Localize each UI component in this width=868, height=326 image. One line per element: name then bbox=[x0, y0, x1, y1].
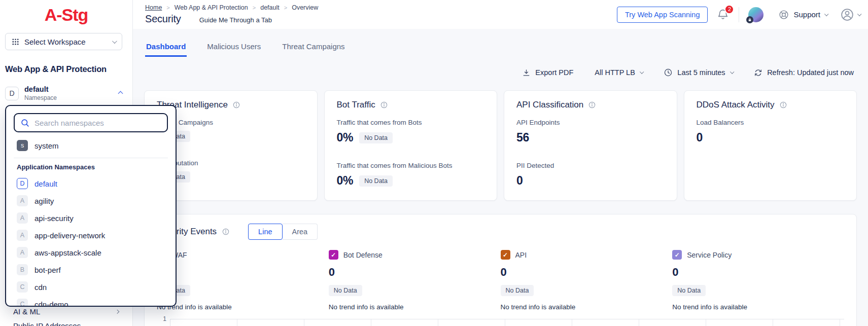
metric-label: IP Reputation bbox=[157, 159, 305, 167]
top-header: Home > Web App & API Protection > defaul… bbox=[133, 0, 868, 29]
refresh-icon bbox=[754, 68, 762, 77]
breadcrumb-separator: > bbox=[284, 5, 287, 11]
checkbox-checked[interactable]: ✓ bbox=[329, 250, 338, 260]
sidebar-item-label: AI & ML bbox=[13, 307, 40, 316]
search-icon bbox=[20, 118, 30, 128]
chevron-up-icon bbox=[118, 91, 123, 96]
breadcrumb: Home > Web App & API Protection > defaul… bbox=[145, 4, 318, 11]
dashboard-toolbar: Export PDF All HTTP LB Last 5 minutes bbox=[144, 68, 857, 77]
namespace-option-label: agility bbox=[34, 197, 54, 205]
checkbox-checked[interactable]: ✓ bbox=[672, 250, 682, 260]
breadcrumb-item[interactable]: default bbox=[260, 4, 280, 11]
user-menu[interactable] bbox=[840, 8, 860, 22]
sidebar-section-title: Web App & API Protection bbox=[5, 64, 127, 74]
namespace-option-default[interactable]: D default bbox=[14, 175, 168, 192]
info-icon[interactable] bbox=[779, 101, 787, 109]
brand-logo: A-Stg bbox=[0, 5, 132, 25]
namespace-search[interactable] bbox=[14, 113, 168, 132]
namespace-initial-badge: A bbox=[17, 195, 28, 206]
toggle-line-button[interactable]: Line bbox=[248, 224, 282, 240]
lb-filter-dropdown[interactable]: All HTTP LB bbox=[595, 68, 642, 77]
breadcrumb-home-link[interactable]: Home bbox=[145, 4, 162, 11]
metric-label: Load Balancers bbox=[697, 119, 845, 126]
breadcrumb-separator: > bbox=[253, 5, 256, 11]
chart-plot-area bbox=[170, 319, 844, 326]
legend-value: 0 bbox=[501, 266, 673, 279]
namespace-initial-badge: C bbox=[17, 281, 28, 293]
info-icon[interactable] bbox=[222, 228, 230, 236]
dropdown-divider bbox=[14, 158, 168, 158]
try-web-app-scanning-button[interactable]: Try Web App Scanning bbox=[617, 7, 708, 23]
security-events-legend: ✓ WAF 0 No Data No trend info is availab… bbox=[157, 250, 844, 311]
page-title: Security bbox=[145, 13, 181, 25]
refresh-status-label: Refresh: Updated just now bbox=[767, 68, 854, 77]
namespace-option-label: app-delivery-network bbox=[34, 231, 105, 240]
guide-me-link[interactable]: Guide Me Through a Tab bbox=[199, 16, 272, 24]
time-range-dropdown[interactable]: Last 5 minutes bbox=[664, 68, 733, 77]
card-title: API Classification bbox=[516, 100, 583, 110]
metric-label: Traffic that comes from Bots bbox=[337, 119, 485, 126]
user-icon bbox=[840, 8, 854, 22]
sidebar-item-label: Public IP Addresses bbox=[13, 321, 81, 326]
info-icon[interactable] bbox=[588, 101, 596, 109]
export-pdf-label: Export PDF bbox=[535, 68, 573, 77]
header-divider bbox=[739, 7, 739, 22]
tab-dashboard[interactable]: Dashboard bbox=[145, 42, 187, 57]
select-workspace-button[interactable]: Select Workspace bbox=[5, 33, 122, 50]
namespace-option-bot-perf[interactable]: B bot-perf bbox=[14, 261, 168, 278]
breadcrumb-item[interactable]: Web App & API Protection bbox=[175, 4, 248, 11]
namespace-dropdown: s system Application Namespaces D defaul… bbox=[5, 105, 177, 307]
security-events-chart: 1 bbox=[157, 319, 844, 326]
sidebar-item-public-ip-addresses[interactable]: Public IP Addresses bbox=[13, 321, 118, 326]
namespace-search-input[interactable] bbox=[34, 119, 161, 127]
card-title: Bot Traffic bbox=[337, 100, 375, 110]
breadcrumb-item[interactable]: Overview bbox=[292, 4, 318, 11]
legend-note: No trend info is available bbox=[501, 303, 673, 311]
main-area: Home > Web App & API Protection > defaul… bbox=[133, 0, 868, 326]
legend-item-api: ✓ API 0 No Data No trend info is availab… bbox=[501, 250, 673, 311]
namespace-option-app-delivery-network[interactable]: A app-delivery-network bbox=[14, 227, 168, 244]
toggle-area-button[interactable]: Area bbox=[283, 224, 318, 240]
checkbox-checked[interactable]: ✓ bbox=[501, 250, 510, 260]
lb-filter-label: All HTTP LB bbox=[595, 68, 635, 77]
legend-label: Service Policy bbox=[687, 251, 732, 259]
namespace-option-label: api-security bbox=[34, 214, 74, 223]
tenant-avatar[interactable] bbox=[748, 7, 763, 22]
namespace-option-agility[interactable]: A agility bbox=[14, 192, 168, 209]
info-icon[interactable] bbox=[380, 101, 388, 109]
namespace-initial-badge: s bbox=[17, 140, 28, 151]
tab-malicious-users[interactable]: Malicious Users bbox=[206, 42, 262, 57]
sidebar-item-ai-ml[interactable]: AI & ML bbox=[13, 307, 118, 316]
legend-note: No trend info is available bbox=[672, 303, 844, 311]
metric-label: Traffic that comes from Malicious Bots bbox=[337, 162, 485, 169]
support-menu[interactable]: Support bbox=[778, 9, 827, 20]
namespace-option-cdn[interactable]: C cdn bbox=[14, 278, 168, 296]
namespace-option-api-security[interactable]: A api-security bbox=[14, 209, 168, 227]
namespace-option-system[interactable]: s system bbox=[14, 137, 168, 154]
legend-label: Bot Defense bbox=[343, 251, 383, 259]
namespace-initial-badge: A bbox=[17, 230, 28, 241]
namespace-option-aws-appstack-scale[interactable]: A aws-appstack-scale bbox=[14, 244, 168, 261]
card-title: DDoS Attack Activity bbox=[697, 100, 775, 110]
card-bot-traffic: Bot Traffic Traffic that comes from Bots… bbox=[324, 90, 498, 201]
namespace-option-label: system bbox=[34, 141, 59, 150]
notifications-button[interactable]: 2 bbox=[716, 8, 730, 21]
metric-value: 0 bbox=[697, 131, 703, 144]
legend-value: 0 bbox=[157, 266, 329, 279]
metric-label: API Endpoints bbox=[516, 119, 665, 126]
namespace-option-cdn-demo[interactable]: C cdn-demo bbox=[14, 296, 168, 307]
chevron-down-icon bbox=[112, 39, 117, 44]
no-data-badge: No Data bbox=[329, 285, 362, 296]
support-label: Support bbox=[793, 10, 820, 19]
refresh-button[interactable]: Refresh: Updated just now bbox=[754, 68, 854, 77]
namespace-option-label: cdn-demo bbox=[34, 300, 68, 307]
info-icon[interactable] bbox=[232, 101, 240, 109]
namespace-option-label: aws-appstack-scale bbox=[34, 248, 101, 257]
export-pdf-button[interactable]: Export PDF bbox=[522, 68, 573, 77]
tab-threat-campaigns[interactable]: Threat Campaigns bbox=[281, 42, 345, 57]
legend-label: API bbox=[515, 251, 527, 259]
namespace-option-label: default bbox=[34, 179, 57, 188]
namespace-selector[interactable]: D default Namespace bbox=[5, 85, 122, 101]
life-ring-icon bbox=[778, 9, 789, 20]
tab-bar: Dashboard Malicious Users Threat Campaig… bbox=[144, 42, 857, 57]
